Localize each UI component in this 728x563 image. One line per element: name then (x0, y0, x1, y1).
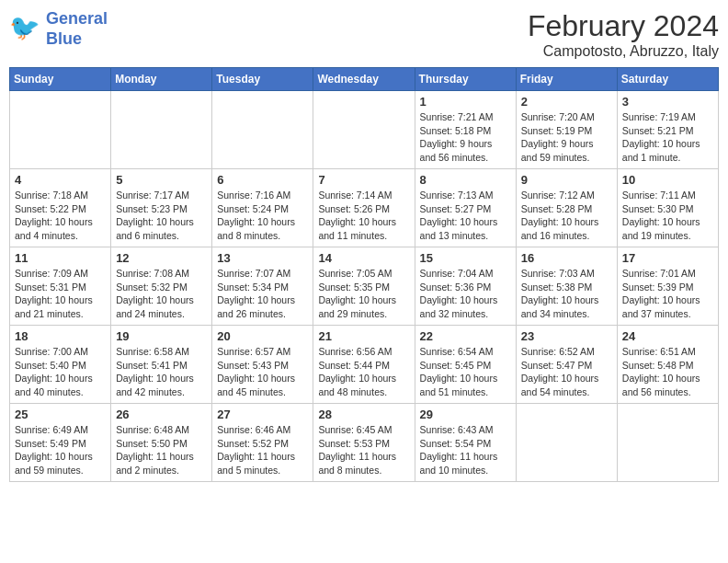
day-number: 23 (521, 329, 612, 343)
calendar-cell (617, 404, 718, 482)
day-info: Sunrise: 6:48 AMSunset: 5:50 PMDaylight:… (116, 423, 207, 477)
day-number: 16 (521, 251, 612, 265)
week-row-2: 4Sunrise: 7:18 AMSunset: 5:22 PMDaylight… (10, 169, 719, 247)
day-info: Sunrise: 6:46 AMSunset: 5:52 PMDaylight:… (217, 423, 308, 477)
weekday-header-row: SundayMondayTuesdayWednesdayThursdayFrid… (10, 68, 719, 91)
week-row-5: 25Sunrise: 6:49 AMSunset: 5:49 PMDayligh… (10, 404, 719, 482)
day-number: 24 (622, 329, 713, 343)
calendar-cell: 14Sunrise: 7:05 AMSunset: 5:35 PMDayligh… (313, 247, 415, 326)
logo: 🐦 General Blue (9, 9, 108, 49)
day-info: Sunrise: 7:05 AMSunset: 5:35 PMDaylight:… (318, 267, 409, 321)
day-number: 27 (217, 408, 308, 421)
day-info: Sunrise: 7:03 AMSunset: 5:38 PMDaylight:… (521, 267, 612, 321)
day-info: Sunrise: 6:51 AMSunset: 5:48 PMDaylight:… (622, 345, 713, 399)
day-info: Sunrise: 7:08 AMSunset: 5:32 PMDaylight:… (116, 267, 207, 321)
location-title: Campotosto, Abruzzo, Italy (528, 43, 719, 60)
calendar-cell: 13Sunrise: 7:07 AMSunset: 5:34 PMDayligh… (212, 247, 313, 326)
calendar-cell: 18Sunrise: 7:00 AMSunset: 5:40 PMDayligh… (10, 326, 111, 404)
day-info: Sunrise: 6:58 AMSunset: 5:41 PMDaylight:… (116, 345, 207, 399)
day-number: 18 (15, 329, 106, 343)
day-number: 26 (116, 408, 207, 421)
week-row-4: 18Sunrise: 7:00 AMSunset: 5:40 PMDayligh… (10, 326, 719, 404)
calendar-cell: 23Sunrise: 6:52 AMSunset: 5:47 PMDayligh… (516, 326, 617, 404)
calendar-cell: 6Sunrise: 7:16 AMSunset: 5:24 PMDaylight… (212, 169, 313, 247)
header: 🐦 General Blue February 2024 Campotosto,… (9, 9, 719, 60)
day-info: Sunrise: 7:19 AMSunset: 5:21 PMDaylight:… (622, 110, 713, 165)
day-number: 19 (116, 329, 207, 343)
day-info: Sunrise: 6:54 AMSunset: 5:45 PMDaylight:… (420, 345, 511, 399)
day-info: Sunrise: 7:01 AMSunset: 5:39 PMDaylight:… (622, 267, 713, 321)
calendar-cell (313, 91, 415, 169)
day-info: Sunrise: 6:57 AMSunset: 5:43 PMDaylight:… (217, 345, 308, 399)
day-number: 21 (318, 329, 409, 343)
calendar-cell: 28Sunrise: 6:45 AMSunset: 5:53 PMDayligh… (313, 404, 415, 482)
calendar-cell (212, 91, 313, 169)
day-info: Sunrise: 7:11 AMSunset: 5:30 PMDaylight:… (622, 189, 713, 243)
day-info: Sunrise: 6:49 AMSunset: 5:49 PMDaylight:… (15, 423, 106, 477)
title-area: February 2024 Campotosto, Abruzzo, Italy (528, 9, 719, 60)
day-number: 6 (217, 173, 308, 187)
day-info: Sunrise: 7:00 AMSunset: 5:40 PMDaylight:… (15, 345, 106, 399)
day-number: 17 (622, 251, 713, 265)
calendar-cell: 29Sunrise: 6:43 AMSunset: 5:54 PMDayligh… (415, 404, 516, 482)
day-number: 10 (622, 173, 713, 187)
day-number: 28 (318, 408, 409, 421)
day-number: 12 (116, 251, 207, 265)
weekday-header-sunday: Sunday (10, 68, 111, 91)
calendar-cell: 19Sunrise: 6:58 AMSunset: 5:41 PMDayligh… (111, 326, 212, 404)
day-info: Sunrise: 6:52 AMSunset: 5:47 PMDaylight:… (521, 345, 612, 399)
day-number: 3 (622, 95, 713, 109)
day-number: 22 (420, 329, 511, 343)
calendar-cell: 26Sunrise: 6:48 AMSunset: 5:50 PMDayligh… (111, 404, 212, 482)
calendar-cell: 27Sunrise: 6:46 AMSunset: 5:52 PMDayligh… (212, 404, 313, 482)
day-number: 14 (318, 251, 409, 265)
calendar-cell: 20Sunrise: 6:57 AMSunset: 5:43 PMDayligh… (212, 326, 313, 404)
calendar-cell: 8Sunrise: 7:13 AMSunset: 5:27 PMDaylight… (415, 169, 516, 247)
day-info: Sunrise: 6:45 AMSunset: 5:53 PMDaylight:… (318, 423, 409, 477)
weekday-header-friday: Friday (516, 68, 617, 91)
day-info: Sunrise: 6:43 AMSunset: 5:54 PMDaylight:… (420, 423, 511, 477)
week-row-1: 1Sunrise: 7:21 AMSunset: 5:18 PMDaylight… (10, 91, 719, 169)
day-number: 13 (217, 251, 308, 265)
calendar-cell: 1Sunrise: 7:21 AMSunset: 5:18 PMDaylight… (415, 91, 516, 169)
day-info: Sunrise: 7:14 AMSunset: 5:26 PMDaylight:… (318, 189, 409, 243)
day-number: 11 (15, 251, 106, 265)
day-info: Sunrise: 6:56 AMSunset: 5:44 PMDaylight:… (318, 345, 409, 399)
day-number: 1 (420, 95, 511, 109)
day-info: Sunrise: 7:07 AMSunset: 5:34 PMDaylight:… (217, 267, 308, 321)
calendar-cell: 3Sunrise: 7:19 AMSunset: 5:21 PMDaylight… (617, 91, 718, 169)
day-info: Sunrise: 7:20 AMSunset: 5:19 PMDaylight:… (521, 110, 612, 165)
calendar-cell: 24Sunrise: 6:51 AMSunset: 5:48 PMDayligh… (617, 326, 718, 404)
calendar-cell: 7Sunrise: 7:14 AMSunset: 5:26 PMDaylight… (313, 169, 415, 247)
weekday-header-saturday: Saturday (617, 68, 718, 91)
calendar-cell: 2Sunrise: 7:20 AMSunset: 5:19 PMDaylight… (516, 91, 617, 169)
calendar-cell (111, 91, 212, 169)
logo-general: General (46, 9, 108, 28)
calendar-cell: 17Sunrise: 7:01 AMSunset: 5:39 PMDayligh… (617, 247, 718, 326)
calendar-cell: 16Sunrise: 7:03 AMSunset: 5:38 PMDayligh… (516, 247, 617, 326)
calendar-cell: 15Sunrise: 7:04 AMSunset: 5:36 PMDayligh… (415, 247, 516, 326)
calendar-cell: 4Sunrise: 7:18 AMSunset: 5:22 PMDaylight… (10, 169, 111, 247)
calendar-cell: 11Sunrise: 7:09 AMSunset: 5:31 PMDayligh… (10, 247, 111, 326)
day-number: 5 (116, 173, 207, 187)
logo-text: General Blue (46, 9, 108, 49)
weekday-header-monday: Monday (111, 68, 212, 91)
day-info: Sunrise: 7:04 AMSunset: 5:36 PMDaylight:… (420, 267, 511, 321)
svg-text:🐦: 🐦 (9, 13, 40, 42)
day-number: 29 (420, 408, 511, 421)
day-number: 9 (521, 173, 612, 187)
weekday-header-wednesday: Wednesday (313, 68, 415, 91)
day-info: Sunrise: 7:18 AMSunset: 5:22 PMDaylight:… (15, 189, 106, 243)
calendar-cell: 5Sunrise: 7:17 AMSunset: 5:23 PMDaylight… (111, 169, 212, 247)
weekday-header-thursday: Thursday (415, 68, 516, 91)
calendar-cell (516, 404, 617, 482)
calendar-cell: 9Sunrise: 7:12 AMSunset: 5:28 PMDaylight… (516, 169, 617, 247)
logo-icon: 🐦 (9, 13, 42, 46)
calendar-table: SundayMondayTuesdayWednesdayThursdayFrid… (9, 67, 719, 482)
day-number: 7 (318, 173, 409, 187)
day-info: Sunrise: 7:13 AMSunset: 5:27 PMDaylight:… (420, 189, 511, 243)
day-info: Sunrise: 7:16 AMSunset: 5:24 PMDaylight:… (217, 189, 308, 243)
calendar-cell: 25Sunrise: 6:49 AMSunset: 5:49 PMDayligh… (10, 404, 111, 482)
day-info: Sunrise: 7:09 AMSunset: 5:31 PMDaylight:… (15, 267, 106, 321)
calendar-cell: 22Sunrise: 6:54 AMSunset: 5:45 PMDayligh… (415, 326, 516, 404)
